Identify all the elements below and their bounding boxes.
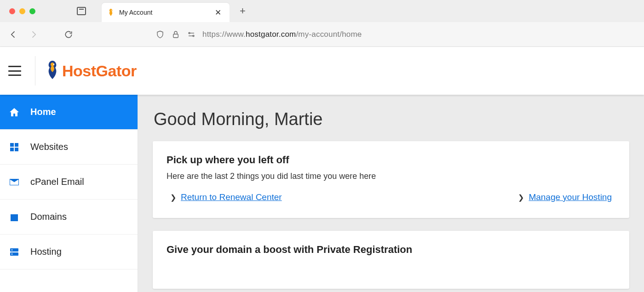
link-label: Return to Renewal Center: [181, 192, 282, 202]
browser-tab[interactable]: My Account ✕: [102, 3, 230, 22]
url-host: hostgator.com: [246, 30, 296, 39]
sidebar-item-cpanel-email[interactable]: cPanel Email: [0, 165, 138, 200]
promo-title: Give your domain a boost with Private Re…: [167, 244, 615, 256]
home-icon: [8, 106, 20, 118]
sidebar-item-label: Hosting: [30, 246, 62, 257]
sidebar-item-hosting[interactable]: Hosting: [0, 235, 138, 269]
lock-icon: [171, 30, 180, 39]
window-maximize-button[interactable]: [29, 8, 35, 14]
window-controls: [9, 8, 35, 14]
window-close-button[interactable]: [9, 8, 15, 14]
browser-tab-strip: My Account ✕ +: [0, 0, 644, 22]
svg-point-11: [12, 249, 12, 250]
manage-hosting-link[interactable]: ❯ Manage your Hosting: [518, 192, 612, 202]
chevron-right-icon: ❯: [518, 193, 524, 202]
url-path: /my-account/home: [296, 30, 362, 39]
url-prefix: https://www.: [202, 30, 246, 39]
svg-rect-10: [10, 252, 18, 256]
building-icon: [8, 211, 20, 223]
return-renewal-center-link[interactable]: ❯ Return to Renewal Center: [170, 192, 282, 202]
sidebar-item-home[interactable]: Home: [0, 95, 138, 130]
sidebar: Home Websites cPanel Email Domains Hosti…: [0, 95, 138, 292]
pickup-card: Pick up where you left off Here are the …: [153, 141, 629, 218]
tab-favicon-icon: [107, 9, 115, 16]
promo-card: Give your domain a boost with Private Re…: [153, 231, 629, 289]
svg-rect-5: [10, 143, 14, 147]
svg-point-4: [53, 64, 55, 65]
sidebar-item-label: cPanel Email: [30, 177, 84, 187]
svg-rect-9: [10, 248, 18, 252]
sidebar-item-domains[interactable]: Domains: [0, 200, 138, 235]
svg-rect-7: [10, 148, 14, 151]
page-greeting: Good Morning, Martie: [154, 109, 629, 129]
sidebar-item-label: Home: [30, 107, 56, 117]
svg-rect-6: [15, 143, 18, 147]
tab-title: My Account: [119, 9, 208, 16]
svg-rect-1: [173, 34, 178, 38]
pickup-title: Pick up where you left off: [167, 154, 615, 166]
mail-icon: [8, 176, 20, 188]
permissions-icon: [187, 30, 196, 39]
back-button[interactable]: [7, 29, 19, 40]
svg-point-0: [111, 10, 112, 11]
app-header: HostGator: [0, 47, 644, 95]
chevron-right-icon: ❯: [170, 193, 176, 202]
svg-point-2: [189, 32, 190, 34]
brand-wordmark: HostGator: [62, 62, 137, 80]
forward-button[interactable]: [28, 29, 40, 40]
pickup-subtitle: Here are the last 2 things you did last …: [167, 172, 615, 181]
gator-mascot-icon: [46, 60, 59, 82]
menu-button[interactable]: [8, 66, 21, 76]
browser-address-bar: https://www.hostgator.com/my-account/hom…: [0, 22, 644, 47]
divider: [35, 56, 35, 86]
shield-icon: [155, 30, 165, 39]
sidebar-item-label: Websites: [30, 142, 68, 152]
pickup-links: ❯ Return to Renewal Center ❯ Manage your…: [167, 192, 615, 202]
url-text: https://www.hostgator.com/my-account/hom…: [202, 30, 362, 39]
svg-rect-8: [15, 148, 18, 151]
svg-point-12: [12, 253, 12, 254]
app-body: Home Websites cPanel Email Domains Hosti…: [0, 95, 644, 292]
server-icon: [8, 246, 20, 258]
sidebar-item-label: Domains: [30, 212, 67, 222]
brand-logo[interactable]: HostGator: [46, 60, 137, 82]
sidebar-item-websites[interactable]: Websites: [0, 130, 138, 165]
new-tab-button[interactable]: +: [240, 5, 246, 17]
link-label: Manage your Hosting: [529, 192, 612, 202]
url-box[interactable]: https://www.hostgator.com/my-account/hom…: [155, 30, 362, 39]
reload-button[interactable]: [63, 29, 75, 40]
window-minimize-button[interactable]: [19, 8, 25, 14]
main-content: Good Morning, Martie Pick up where you l…: [138, 95, 644, 292]
svg-point-3: [193, 35, 194, 36]
sidebar-toggle-icon[interactable]: [77, 7, 86, 15]
grid-icon: [8, 141, 20, 153]
tab-close-button[interactable]: ✕: [213, 8, 223, 17]
